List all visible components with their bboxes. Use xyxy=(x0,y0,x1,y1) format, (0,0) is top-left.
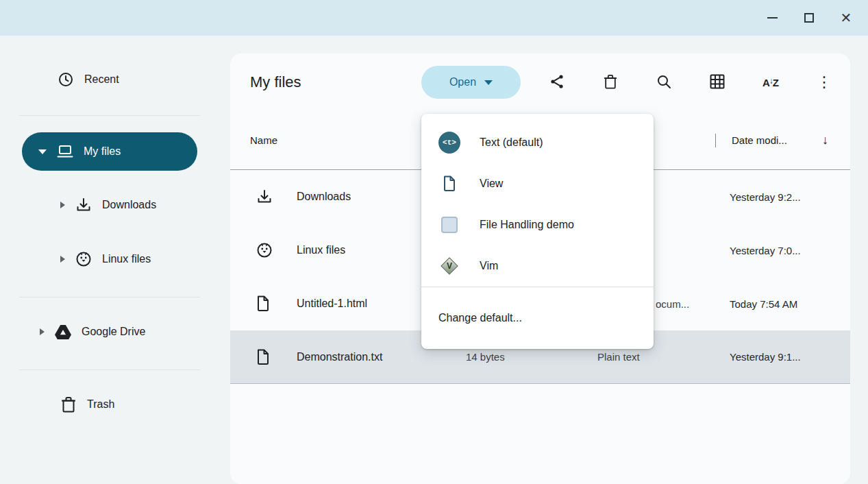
file-handling-app-glyph xyxy=(441,217,458,233)
close-icon: ✕ xyxy=(841,11,852,25)
maximize-button[interactable] xyxy=(797,5,821,30)
sidebar-item-label: Google Drive xyxy=(82,326,145,338)
clock-icon xyxy=(58,71,74,88)
text-app-glyph: <t> xyxy=(443,138,456,147)
vim-letter: V xyxy=(447,261,452,271)
chevron-down-icon xyxy=(484,80,493,85)
kebab-menu-icon: ⋮ xyxy=(817,75,832,90)
open-with-menu: <t> Text (default) View File Handling de… xyxy=(421,114,654,349)
drive-icon xyxy=(55,324,71,340)
sort-az-icon: A↓Z xyxy=(762,77,779,88)
menu-item-vim[interactable]: V Vim xyxy=(421,245,654,287)
file-name: Demonstration.txt xyxy=(297,351,466,363)
file-size: 14 bytes xyxy=(466,351,597,363)
file-type: Plain text xyxy=(597,351,730,363)
sidebar-item-recent[interactable]: Recent xyxy=(0,63,227,96)
share-button[interactable] xyxy=(541,66,573,99)
sidebar-item-label: Downloads xyxy=(102,199,156,211)
chevron-right-icon[interactable] xyxy=(60,202,65,208)
sort-direction-icon[interactable]: ↓ xyxy=(822,133,828,147)
sidebar-item-label: Linux files xyxy=(102,253,151,265)
chevron-down-icon[interactable] xyxy=(38,149,47,154)
share-icon xyxy=(549,73,565,92)
menu-item-label: File Handling demo xyxy=(480,219,574,231)
sort-button[interactable]: A↓Z xyxy=(754,66,787,99)
file-icon xyxy=(256,349,297,365)
sidebar-item-trash[interactable]: Trash xyxy=(0,388,227,421)
sidebar-item-google-drive[interactable]: Google Drive xyxy=(0,315,227,348)
vim-app-icon: V xyxy=(438,255,460,277)
minimize-button[interactable] xyxy=(760,5,784,30)
sidebar-item-downloads[interactable]: Downloads xyxy=(0,189,227,221)
maximize-icon xyxy=(804,13,814,23)
column-header-date-modified[interactable]: Date modi... xyxy=(732,134,787,146)
close-button[interactable]: ✕ xyxy=(834,5,858,30)
trash-icon xyxy=(60,396,77,413)
sidebar-divider xyxy=(19,370,200,370)
grid-view-icon xyxy=(710,74,725,91)
menu-item-text-default[interactable]: <t> Text (default) xyxy=(421,122,654,163)
penguin-icon xyxy=(256,242,297,258)
menu-item-label: Text (default) xyxy=(480,136,543,149)
grid-view-button[interactable] xyxy=(701,66,734,99)
file-date-modified: Today 7:54 AM xyxy=(730,298,850,310)
open-button-label: Open xyxy=(449,76,476,88)
sidebar-item-label: My files xyxy=(84,145,121,158)
sidebar-item-linux-files[interactable]: Linux files xyxy=(0,243,227,276)
download-icon xyxy=(256,189,297,205)
view-app-icon xyxy=(438,173,460,195)
menu-item-label: Change default... xyxy=(438,312,522,324)
chevron-right-icon[interactable] xyxy=(60,256,65,263)
toolbar: My files Open xyxy=(230,53,850,111)
column-divider[interactable] xyxy=(715,134,716,147)
sidebar-item-label: Trash xyxy=(87,398,114,411)
menu-item-label: View xyxy=(480,178,503,190)
file-date-modified: Yesterday 9:1... xyxy=(730,351,850,363)
chevron-right-icon[interactable] xyxy=(40,328,45,335)
delete-button[interactable] xyxy=(594,66,627,99)
sidebar-item-label: Recent xyxy=(84,73,119,86)
laptop-icon xyxy=(57,143,73,160)
column-header-name[interactable]: Name xyxy=(250,134,277,146)
sidebar: Recent My files Downloads xyxy=(0,36,227,484)
file-icon xyxy=(256,295,297,312)
penguin-icon xyxy=(75,251,92,267)
menu-item-label: Vim xyxy=(480,260,498,272)
titlebar: ✕ xyxy=(0,0,868,36)
toolbar-icons: A↓Z ⋮ xyxy=(541,53,841,111)
menu-item-change-default[interactable]: Change default... xyxy=(421,287,654,349)
menu-item-file-handling-demo[interactable]: File Handling demo xyxy=(421,204,654,245)
sidebar-divider xyxy=(19,115,200,116)
more-button[interactable]: ⋮ xyxy=(808,66,841,99)
open-button[interactable]: Open xyxy=(421,66,521,99)
trash-icon xyxy=(604,74,617,91)
sidebar-divider xyxy=(19,297,200,298)
minimize-icon xyxy=(767,17,778,19)
file-date-modified: Yesterday 7:0... xyxy=(730,245,850,256)
download-icon xyxy=(75,197,92,213)
text-app-icon: <t> xyxy=(438,132,460,154)
search-icon xyxy=(656,73,672,92)
sidebar-item-my-files[interactable]: My files xyxy=(22,132,197,171)
file-handling-app-icon xyxy=(438,214,460,236)
search-button[interactable] xyxy=(647,66,680,99)
page-title: My files xyxy=(250,73,301,91)
file-date-modified: Yesterday 9:2... xyxy=(730,191,850,203)
menu-item-view[interactable]: View xyxy=(421,163,654,204)
